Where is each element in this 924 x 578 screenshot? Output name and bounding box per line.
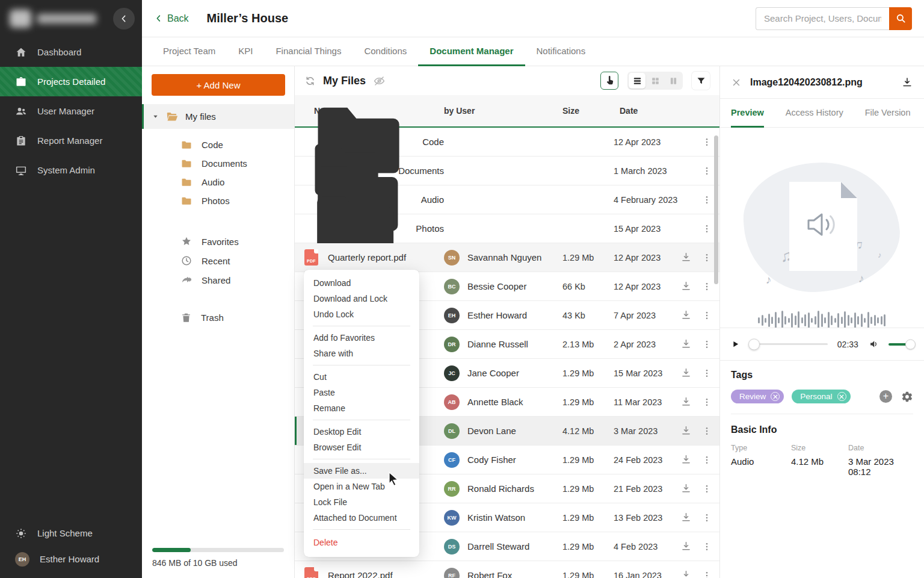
download-icon[interactable] (680, 338, 692, 350)
menu-item-open-in-a-new-tab[interactable]: Open in a New Tab (304, 479, 419, 494)
download-icon[interactable] (680, 396, 692, 408)
info-value: 3 Mar 2023 08:12 (848, 456, 913, 477)
kebab-menu-icon[interactable] (701, 397, 712, 408)
sidebar-footer-light-scheme[interactable]: Light Scheme (0, 520, 142, 546)
touch-select-button[interactable] (600, 72, 618, 90)
gear-icon[interactable] (901, 391, 913, 403)
menu-item-paste[interactable]: Paste (304, 385, 419, 400)
kebab-menu-icon[interactable] (701, 166, 712, 176)
menu-item-cut[interactable]: Cut (304, 369, 419, 385)
app-root: DashboardProjects DetailedUser ManagerRe… (0, 0, 924, 578)
menu-item-add-fo-favorites[interactable]: Add fo Favorites (304, 330, 419, 346)
list-view-button[interactable] (629, 73, 645, 89)
detail-tab-access-history[interactable]: Access History (786, 99, 843, 128)
kebab-menu-icon[interactable] (701, 137, 712, 148)
table-row-photos[interactable]: Photos15 Apr 2023 (295, 214, 719, 243)
menu-item-remane[interactable]: Remane (304, 400, 419, 416)
grid-view-button[interactable] (647, 73, 664, 89)
remove-tag-icon[interactable] (771, 392, 780, 401)
tree-item-audio[interactable]: Audio (142, 173, 294, 191)
audio-file-illustration (789, 182, 857, 271)
sidebar-item-user-manager[interactable]: User Manager (0, 96, 142, 126)
download-icon[interactable] (680, 252, 692, 263)
tab-project-team[interactable]: Project Team (152, 37, 227, 66)
tab-document-manager[interactable]: Document Manager (418, 37, 525, 66)
table-row-report-2022-pdf[interactable]: PDFReport 2022.pdfRFRobert Fox1.29 Mb16 … (295, 561, 719, 578)
kebab-menu-icon[interactable] (701, 512, 712, 523)
menu-item-desktop-edit[interactable]: Desktop Edit (304, 424, 419, 440)
kebab-menu-icon[interactable] (701, 426, 712, 437)
download-icon[interactable] (680, 425, 692, 437)
download-icon[interactable] (680, 454, 692, 465)
menu-item-lock-file[interactable]: Lock File (304, 494, 419, 510)
volume-icon[interactable] (869, 338, 880, 350)
download-icon[interactable] (680, 309, 692, 321)
menu-item-download-and-lock[interactable]: Download and Lock (304, 291, 419, 306)
add-new-button[interactable]: + Add New (152, 74, 285, 96)
tree-item-documents[interactable]: Documents (142, 154, 294, 173)
download-icon[interactable] (680, 281, 692, 292)
back-button[interactable]: Back (154, 13, 189, 24)
download-icon[interactable] (680, 541, 692, 552)
tab-conditions[interactable]: Conditions (353, 37, 418, 66)
progress-knob[interactable] (748, 338, 760, 350)
menu-item-delete[interactable]: Delete (304, 533, 419, 552)
close-icon[interactable] (731, 77, 742, 88)
menu-item-attached-to-document[interactable]: Attached to Document (304, 510, 419, 526)
volume-knob[interactable] (905, 339, 916, 349)
kebab-menu-icon[interactable] (701, 541, 712, 552)
download-icon[interactable] (680, 512, 692, 523)
menu-item-browser-edit[interactable]: Browser Edit (304, 440, 419, 455)
sidebar-footer-esther-howard[interactable]: EHEsther Howard (0, 546, 142, 572)
download-icon[interactable] (680, 483, 692, 494)
tree-item-favorites[interactable]: Favorites (142, 232, 294, 251)
sidebar-collapse-button[interactable] (113, 8, 135, 30)
search-button[interactable] (889, 7, 912, 30)
play-icon[interactable] (731, 339, 740, 349)
detail-tab-file-version[interactable]: File Version (865, 99, 911, 128)
download-icon[interactable] (680, 570, 692, 578)
menu-item-undo-lock[interactable]: Undo Lock (304, 306, 419, 322)
eye-off-icon[interactable] (373, 75, 386, 87)
sidebar-item-report-manager[interactable]: Report Manager (0, 126, 142, 155)
detail-tab-preview[interactable]: Preview (731, 99, 764, 128)
progress-slider[interactable] (750, 343, 828, 345)
tab-kpi[interactable]: KPI (227, 37, 264, 66)
tree-item-recent[interactable]: Recent (142, 251, 294, 270)
scrollbar-thumb[interactable] (714, 135, 718, 284)
tree-item-code[interactable]: Code (142, 135, 294, 154)
menu-item-share-with[interactable]: Share with (304, 346, 419, 361)
kebab-menu-icon[interactable] (701, 252, 712, 263)
tab-financial-things[interactable]: Financial Things (264, 37, 353, 66)
kebab-menu-icon[interactable] (701, 194, 712, 205)
search-input[interactable] (756, 7, 889, 30)
sidebar-item-system-admin[interactable]: System Admin (0, 155, 142, 185)
kebab-menu-icon[interactable] (701, 339, 712, 350)
sidebar-item-projects-detailed[interactable]: Projects Detailed (0, 67, 142, 96)
kebab-menu-icon[interactable] (701, 281, 712, 292)
kebab-menu-icon[interactable] (701, 368, 712, 379)
remove-tag-icon[interactable] (837, 392, 846, 401)
detail-filename: Image120420230812.png (750, 77, 893, 88)
download-icon[interactable] (680, 367, 692, 379)
download-icon[interactable] (901, 76, 913, 89)
kebab-menu-icon[interactable] (701, 455, 712, 465)
volume-slider[interactable] (889, 343, 913, 346)
kebab-menu-icon[interactable] (701, 483, 712, 494)
refresh-icon[interactable] (304, 75, 316, 87)
kebab-menu-icon[interactable] (701, 223, 712, 234)
table-row-quarterly-report-pdf[interactable]: PDFQuarterly report.pdfSNSavannah Nguyen… (295, 243, 719, 272)
tree-item-shared[interactable]: Shared (142, 270, 294, 290)
tree-item-photos[interactable]: Photos (142, 191, 294, 210)
tree-item-trash[interactable]: Trash (142, 308, 294, 327)
kebab-menu-icon[interactable] (701, 310, 712, 321)
menu-item-download[interactable]: Download (304, 275, 419, 291)
columns-view-button[interactable] (665, 73, 682, 89)
menu-item-save-file-as[interactable]: Save File as... (304, 463, 419, 479)
filter-button[interactable] (692, 72, 710, 90)
tab-notifications[interactable]: Notifications (525, 37, 597, 66)
tree-item-my-files[interactable]: My files (142, 104, 294, 129)
add-tag-button[interactable]: + (879, 390, 892, 403)
kebab-menu-icon[interactable] (701, 570, 712, 578)
sidebar-item-dashboard[interactable]: Dashboard (0, 37, 142, 67)
